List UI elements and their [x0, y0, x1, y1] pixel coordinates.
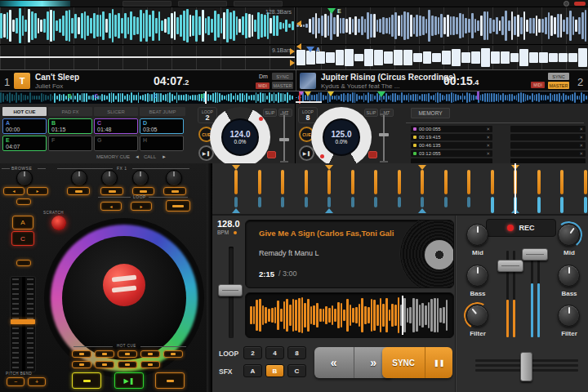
- deck1-slip-button[interactable]: SLIP: [263, 109, 277, 117]
- pad-button-4[interactable]: [140, 350, 160, 358]
- bass-knob-right[interactable]: [558, 265, 580, 287]
- tab-hot-cue[interactable]: HOT CUE: [2, 107, 47, 116]
- deck1-waveform-panel[interactable]: 128.3Bars 9.1Bars: [0, 7, 295, 69]
- sfx-b-button[interactable]: B: [265, 364, 284, 377]
- deck2-sync-button[interactable]: SYNC: [548, 73, 569, 80]
- deck-c-button[interactable]: C: [11, 231, 34, 246]
- browse-back-button[interactable]: ◄: [3, 187, 24, 195]
- toolbar-button[interactable]: [122, 1, 172, 7]
- memory-cue-row[interactable]: 00:46:135✕: [411, 142, 492, 149]
- controller-play-button[interactable]: ▶❚: [114, 372, 144, 389]
- mid-knob-left[interactable]: [466, 224, 488, 246]
- pad-button-3[interactable]: [118, 350, 137, 358]
- record-indicator[interactable]: [574, 2, 586, 6]
- call-next-button[interactable]: ►: [162, 154, 167, 159]
- pitch-bend-plus-button[interactable]: +: [28, 377, 46, 386]
- delete-icon[interactable]: ✕: [486, 134, 490, 140]
- scratch-button[interactable]: [51, 216, 66, 230]
- toolbar-button[interactable]: [234, 1, 283, 7]
- sync-button[interactable]: SYNC: [382, 347, 425, 378]
- deck1-master-button[interactable]: MASTER: [272, 82, 293, 89]
- loop-8-button[interactable]: 8: [287, 346, 306, 359]
- loop-forward-button[interactable]: ►: [131, 202, 152, 211]
- deck2-slip-button[interactable]: SLIP: [364, 109, 378, 117]
- sfx-a-button[interactable]: A: [243, 364, 262, 377]
- memory-cue-row[interactable]: 03:12:055✕: [411, 150, 492, 157]
- deck2-jog-wheel[interactable]: 125.0 0.0%: [311, 107, 372, 167]
- hot-cue-pad-f[interactable]: F: [48, 136, 92, 151]
- deck1-tempo-reset-button[interactable]: [267, 151, 276, 158]
- loop-on-off-button[interactable]: [166, 200, 190, 212]
- pitch-bend-minus-button[interactable]: −: [7, 377, 24, 386]
- deck2-pitch-fader[interactable]: [378, 114, 390, 163]
- pad-button-1[interactable]: [72, 350, 91, 358]
- controller-sync-button[interactable]: [155, 372, 185, 389]
- tab-beat-jump[interactable]: BEAT JUMP: [140, 107, 185, 116]
- hot-cue-pad-b[interactable]: B01:15: [48, 118, 92, 134]
- deck1-pitch-fader[interactable]: [278, 114, 290, 163]
- deck2-play-button[interactable]: ▶❚: [299, 145, 314, 161]
- delete-icon[interactable]: ✕: [486, 126, 490, 132]
- controller-pitch-fader[interactable]: [10, 276, 36, 372]
- settings-gear-icon[interactable]: [564, 1, 569, 7]
- filter-knob-left[interactable]: [466, 305, 488, 327]
- deck-a-button[interactable]: A: [12, 216, 33, 229]
- loop-2-button[interactable]: 2: [243, 346, 262, 359]
- deck2-tempo-reset-button[interactable]: [368, 151, 377, 158]
- pitch-fader-handle[interactable]: [279, 138, 289, 141]
- tab-slicer[interactable]: SLICER: [94, 107, 138, 116]
- memory-cue-row[interactable]: 00:19:415✕: [411, 134, 492, 140]
- fx-knob-1[interactable]: [71, 170, 87, 186]
- deck1-overview-strip[interactable]: B C D E: [0, 91, 295, 104]
- controller-cue-button[interactable]: [72, 372, 101, 389]
- fx-button-1[interactable]: [67, 187, 90, 195]
- load-button[interactable]: [16, 260, 31, 266]
- mid-knob-right[interactable]: [558, 224, 580, 246]
- memory-cue-row[interactable]: 00:00:055✕: [411, 126, 492, 132]
- tab-memory[interactable]: MEMORY: [411, 108, 450, 118]
- deck2-waveform-panel[interactable]: E A: [296, 7, 588, 69]
- fx-knob-4[interactable]: [166, 170, 182, 186]
- pad-button-7[interactable]: [118, 361, 137, 368]
- browse-forward-button[interactable]: ►: [27, 187, 48, 195]
- hot-cue-pad-e[interactable]: E04:07: [2, 136, 47, 151]
- beat-timeline[interactable]: [212, 163, 588, 216]
- rec-button[interactable]: REC: [486, 219, 556, 237]
- hot-cue-pad-h[interactable]: H: [140, 136, 184, 151]
- delete-icon[interactable]: ✕: [486, 142, 490, 149]
- fx-knob-2[interactable]: [101, 170, 118, 186]
- filter-knob-right[interactable]: [558, 305, 580, 327]
- bass-knob-left[interactable]: [466, 265, 488, 287]
- delete-icon[interactable]: ✕: [486, 150, 490, 157]
- pitch-fader-handle[interactable]: [11, 319, 35, 324]
- hot-cue-pad-g[interactable]: G: [94, 136, 138, 151]
- pause-button[interactable]: ❚❚: [425, 347, 452, 378]
- call-prev-button[interactable]: ◄: [135, 154, 140, 159]
- toolbar-button[interactable]: [178, 1, 227, 7]
- loop-4-button[interactable]: 4: [265, 346, 284, 359]
- deck2-master-button[interactable]: MASTER: [548, 82, 569, 89]
- deck1-jog-wheel[interactable]: 124.0 0.0%: [210, 107, 270, 167]
- shift-button[interactable]: [16, 198, 31, 205]
- hot-cue-pad-c[interactable]: C01:48: [94, 118, 138, 134]
- rewind-button[interactable]: «: [314, 347, 354, 378]
- volume-fader-handle[interactable]: [218, 284, 243, 296]
- crossfader-handle[interactable]: [520, 352, 532, 381]
- fx-knob-3[interactable]: [132, 170, 149, 186]
- pad-button-5[interactable]: [72, 361, 91, 368]
- hot-cue-pad-d[interactable]: D03:05: [140, 118, 184, 134]
- fx-button-2[interactable]: [100, 187, 123, 195]
- pad-mode-button[interactable]: [163, 350, 183, 358]
- loop-back-button[interactable]: ◄: [100, 202, 122, 211]
- pad-button-8[interactable]: [140, 361, 160, 368]
- channel-fader-right-handle[interactable]: [522, 248, 548, 261]
- deck2-overview-strip[interactable]: [296, 91, 588, 104]
- track-waveform-panel[interactable]: [245, 292, 454, 338]
- tab-pad-fx[interactable]: PAD FX: [48, 107, 92, 116]
- pitch-fader-handle[interactable]: [379, 133, 389, 136]
- deck1-sync-button[interactable]: SYNC: [272, 73, 293, 80]
- pad-button-6[interactable]: [95, 361, 114, 368]
- fx-button-4[interactable]: [163, 187, 186, 195]
- browse-knob[interactable]: [16, 170, 33, 186]
- hot-cue-pad-a[interactable]: A00:00: [2, 118, 47, 134]
